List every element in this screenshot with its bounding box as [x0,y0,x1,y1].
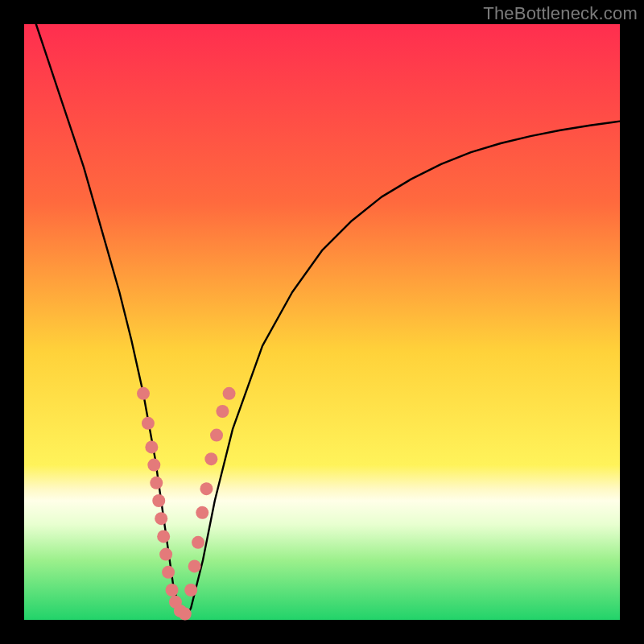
data-marker [216,405,229,418]
data-marker [223,387,236,400]
bottleneck-curve [36,24,620,620]
data-marker [142,417,155,430]
data-marker [179,608,192,621]
data-marker [152,494,165,507]
data-marker [192,536,204,549]
data-marker [150,477,163,489]
chart-svg [24,24,620,620]
data-marker [196,506,208,519]
outer-frame: TheBottleneck.com [0,0,644,644]
data-marker [159,548,172,561]
plot-area [24,24,620,620]
data-marker [204,452,217,465]
data-marker [200,482,213,495]
data-marker [147,459,160,472]
data-marker [166,584,179,597]
data-marker [184,584,197,597]
watermark-text: TheBottleneck.com [483,3,638,24]
data-marker [157,530,170,543]
data-marker [162,566,175,579]
data-marker [188,559,201,572]
data-marker [145,440,158,453]
data-marker [137,387,150,400]
data-marker [155,512,167,525]
data-marker [210,429,223,442]
